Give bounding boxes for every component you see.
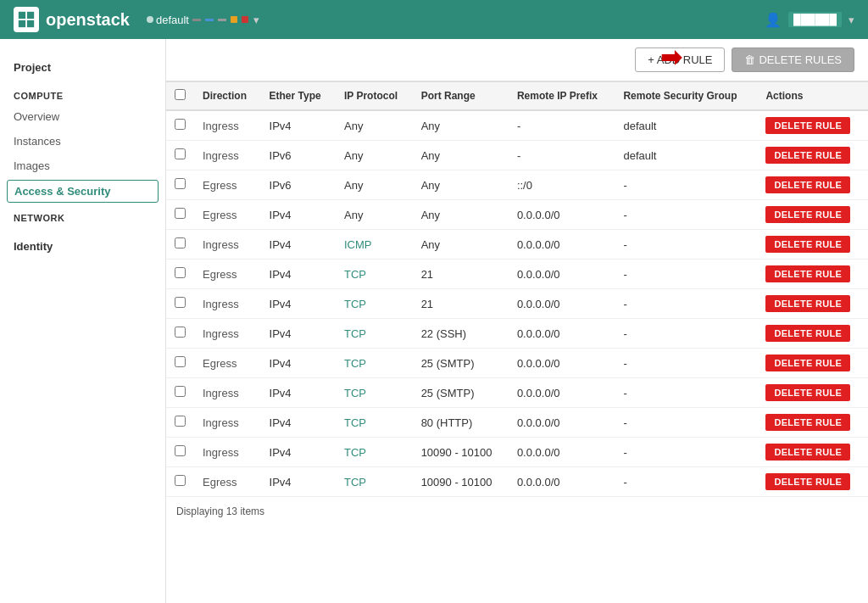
row-checkbox[interactable]: [175, 237, 186, 248]
row-checkbox[interactable]: [175, 178, 186, 189]
row-remote-ip: 0.0.0.0/0: [509, 408, 615, 438]
sidebar-item-images[interactable]: Images: [0, 154, 165, 178]
row-checkbox-cell[interactable]: [166, 200, 194, 230]
row-checkbox-cell[interactable]: ➡: [166, 438, 194, 467]
select-all-checkbox[interactable]: [175, 89, 186, 100]
row-remote-ip: 0.0.0.0/0: [509, 378, 615, 408]
row-actions: DELETE RULE: [757, 200, 868, 230]
delete-rule-button[interactable]: DELETE RULE: [765, 147, 850, 164]
row-checkbox[interactable]: [175, 208, 186, 219]
delete-rule-button[interactable]: DELETE RULE: [765, 176, 850, 193]
row-checkbox-cell[interactable]: [166, 467, 194, 497]
row-remote-ip: -: [509, 141, 615, 170]
row-direction: Ingress: [194, 378, 261, 408]
sidebar-item-instances[interactable]: Instances: [0, 129, 165, 154]
header-ip-protocol: IP Protocol: [336, 82, 413, 111]
row-direction: Ingress: [194, 110, 261, 141]
row-remote-sg: -: [615, 260, 757, 289]
username-label: ██████: [788, 12, 842, 27]
row-port-range: Any: [413, 230, 509, 260]
delete-icon: 🗑: [744, 53, 755, 66]
row-checkbox[interactable]: [175, 148, 186, 159]
row-checkbox-cell[interactable]: [166, 260, 194, 289]
sidebar-section-identity: Identity: [0, 226, 165, 256]
row-actions: DELETE RULE: [757, 408, 868, 438]
row-checkbox-cell[interactable]: [166, 319, 194, 349]
svg-rect-2: [19, 20, 25, 27]
row-ether-type: IPv4: [261, 110, 336, 141]
delete-rule-button[interactable]: DELETE RULE: [765, 265, 850, 282]
sidebar-item-overview[interactable]: Overview: [0, 104, 165, 129]
table-row: Egress IPv6 Any Any ::/0 - DELETE RULE: [166, 170, 868, 200]
row-checkbox-cell[interactable]: [166, 408, 194, 438]
svg-rect-0: [19, 12, 25, 19]
row-remote-ip: -: [509, 110, 615, 141]
row-ether-type: IPv4: [261, 289, 336, 319]
header-port-range: Port Range: [413, 82, 509, 111]
project-name-label: default: [156, 14, 189, 26]
delete-rule-button[interactable]: DELETE RULE: [765, 384, 850, 401]
row-actions: DELETE RULE: [757, 260, 868, 289]
sidebar-item-access-security[interactable]: Access & Security: [7, 180, 159, 203]
row-checkbox[interactable]: [175, 445, 186, 456]
row-remote-sg: -: [615, 349, 757, 378]
header-remote-security-group: Remote Security Group: [615, 82, 757, 111]
row-remote-sg: -: [615, 378, 757, 408]
row-direction: Ingress: [194, 141, 261, 170]
row-port-range: 25 (SMTP): [413, 349, 509, 378]
delete-rule-button[interactable]: DELETE RULE: [765, 325, 850, 342]
row-checkbox[interactable]: [175, 386, 186, 397]
displaying-count: Displaying 13 items: [166, 497, 868, 526]
delete-rule-button[interactable]: DELETE RULE: [765, 117, 850, 134]
row-checkbox[interactable]: [175, 267, 186, 278]
delete-rules-button[interactable]: 🗑 DELETE RULES: [732, 47, 854, 72]
row-checkbox[interactable]: [175, 119, 186, 130]
delete-rule-button[interactable]: DELETE RULE: [765, 444, 850, 461]
row-checkbox[interactable]: [175, 416, 186, 427]
row-remote-ip: 0.0.0.0/0: [509, 260, 615, 289]
logo[interactable]: openstack: [14, 7, 130, 32]
table-row: Egress IPv4 TCP 10090 - 10100 0.0.0.0/0 …: [166, 467, 868, 497]
table-row: Ingress IPv4 TCP 25 (SMTP) 0.0.0.0/0 - D…: [166, 378, 868, 408]
main-layout: Project COMPUTE Overview Instances Image…: [0, 39, 868, 603]
row-checkbox-cell[interactable]: [166, 230, 194, 260]
row-port-range: 10090 - 10100: [413, 438, 509, 467]
row-ip-protocol: TCP: [336, 260, 413, 289]
row-ip-protocol: TCP: [336, 289, 413, 319]
row-remote-sg: default: [615, 141, 757, 170]
row-remote-ip: 0.0.0.0/0: [509, 438, 615, 467]
header-direction: Direction: [194, 82, 261, 111]
row-checkbox-cell[interactable]: [166, 141, 194, 170]
delete-rule-button[interactable]: DELETE RULE: [765, 295, 850, 312]
row-port-range: Any: [413, 170, 509, 200]
row-actions: DELETE RULE: [757, 378, 868, 408]
row-remote-sg: -: [615, 467, 757, 497]
row-checkbox[interactable]: [175, 297, 186, 308]
row-actions: DELETE RULE: [757, 319, 868, 349]
delete-rule-button[interactable]: DELETE RULE: [765, 206, 850, 223]
header-checkbox[interactable]: [166, 82, 194, 111]
row-checkbox-cell[interactable]: [166, 170, 194, 200]
row-checkbox-cell[interactable]: [166, 110, 194, 141]
delete-rule-button[interactable]: DELETE RULE: [765, 355, 850, 371]
row-remote-ip: ::/0: [509, 170, 615, 200]
delete-rule-button[interactable]: DELETE RULE: [765, 236, 850, 253]
row-checkbox[interactable]: [175, 356, 186, 367]
row-checkbox-cell[interactable]: ➡: [166, 289, 194, 319]
project-indicator: default ▾: [147, 14, 259, 26]
row-ip-protocol: TCP: [336, 467, 413, 497]
row-checkbox[interactable]: [175, 475, 186, 486]
project-selector[interactable]: default ▾: [147, 14, 259, 26]
row-checkbox-cell[interactable]: [166, 349, 194, 378]
table-row: Ingress IPv4 ICMP Any 0.0.0.0/0 - DELETE…: [166, 230, 868, 260]
row-checkbox[interactable]: [175, 327, 186, 338]
sidebar-section-compute: COMPUTE: [0, 82, 165, 104]
add-rule-button[interactable]: + ADD RULE: [635, 47, 725, 72]
delete-rule-button[interactable]: DELETE RULE: [765, 473, 850, 490]
delete-rule-button[interactable]: DELETE RULE: [765, 414, 850, 431]
row-remote-ip: 0.0.0.0/0: [509, 319, 615, 349]
rules-table-wrapper: Direction Ether Type IP Protocol Port Ra…: [166, 81, 868, 533]
row-port-range: 22 (SSH): [413, 319, 509, 349]
row-checkbox-cell[interactable]: [166, 378, 194, 408]
user-menu[interactable]: 👤 ██████ ▾: [765, 12, 854, 28]
